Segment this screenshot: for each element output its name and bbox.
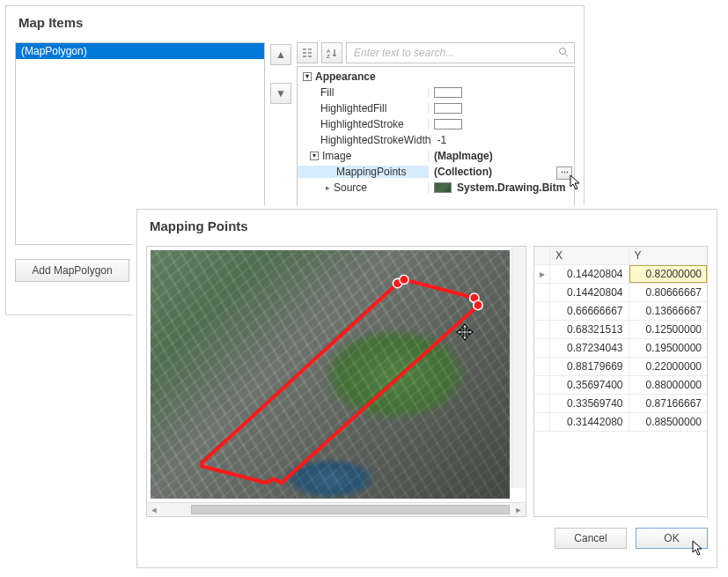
prop-value[interactable] (428, 119, 574, 129)
collapse-icon[interactable]: ▾ (303, 72, 312, 81)
cell-x[interactable]: 0.87234043 (550, 339, 629, 357)
prop-value[interactable]: System.Drawing.Bitm (428, 181, 574, 194)
color-swatch (434, 87, 462, 98)
table-row[interactable]: 0.31442080 0.88500000 (534, 413, 707, 432)
prop-label: HighlightedFill (298, 102, 428, 115)
svg-point-12 (400, 275, 408, 284)
row-indicator-icon (534, 395, 550, 412)
prop-label: Fill (298, 86, 428, 99)
sort-az-icon: A Z (326, 47, 338, 59)
prop-row-image[interactable]: ▾ Image (MapImage) (298, 148, 574, 164)
cell-y[interactable]: 0.19500000 (629, 339, 708, 357)
mapping-image-panel: ◄ ► (146, 246, 526, 517)
horizontal-scrollbar[interactable]: ◄ ► (147, 502, 526, 516)
cell-y[interactable]: 0.12500000 (629, 321, 708, 338)
prop-value[interactable]: -1 (430, 134, 574, 146)
cell-x[interactable]: 0.14420804 (550, 284, 629, 301)
categorized-icon (301, 47, 313, 59)
cell-x[interactable]: 0.66666667 (550, 302, 629, 320)
cell-y[interactable]: 0.80666667 (629, 284, 708, 301)
cancel-button[interactable]: Cancel (555, 528, 627, 549)
prop-row-highlightedstroke[interactable]: HighlightedStroke (298, 116, 574, 132)
row-indicator-icon (534, 376, 550, 394)
prop-label: HighlightedStrokeWidth (298, 134, 430, 146)
mapping-points-dialog: Mapping Points (136, 209, 717, 568)
row-indicator-icon (534, 413, 550, 431)
svg-text:Z: Z (327, 54, 330, 59)
table-row[interactable]: 0.88179669 0.22000000 (534, 358, 707, 376)
points-table-header: X Y (534, 247, 707, 265)
collapse-icon[interactable]: ▾ (310, 152, 319, 160)
cell-x[interactable]: 0.35697400 (550, 376, 629, 394)
mapping-points-title: Mapping Points (150, 218, 708, 233)
column-header-x[interactable]: X (550, 247, 629, 264)
prop-row-highlightedfill[interactable]: HighlightedFill (298, 100, 574, 116)
cell-y[interactable]: 0.88000000 (629, 376, 708, 394)
mapping-points-body: ◄ ► X Y ▸ 0.14420804 0.82000000 0.144208… (146, 246, 708, 517)
map-items-list-item[interactable]: (MapPolygon) (16, 43, 264, 59)
property-search-input[interactable] (352, 44, 558, 62)
prop-row-mappingpoints[interactable]: MappingPoints (Collection) ⋯ (298, 164, 574, 180)
cell-y[interactable]: 0.82000000 (629, 265, 708, 283)
prop-label: MappingPoints (298, 166, 428, 178)
cell-x[interactable]: 0.33569740 (550, 395, 629, 412)
svg-marker-10 (202, 279, 478, 483)
color-swatch (434, 103, 462, 114)
svg-line-9 (565, 54, 568, 56)
prop-category-appearance[interactable]: ▾ Appearance (298, 69, 574, 85)
prop-value[interactable]: (MapImage) (428, 150, 574, 162)
table-row[interactable]: 0.35697400 0.88000000 (534, 376, 707, 395)
table-row[interactable]: 0.68321513 0.12500000 (534, 321, 707, 339)
move-cursor-icon (455, 322, 473, 340)
scroll-left-icon[interactable]: ◄ (147, 503, 161, 516)
expand-icon[interactable]: ▸ (326, 183, 330, 192)
prop-label: ▸ Source (298, 181, 428, 194)
add-mappolygon-button[interactable]: Add MapPolygon (15, 259, 129, 282)
prop-row-highlightedstrokewidth[interactable]: HighlightedStrokeWidth -1 (298, 132, 574, 148)
color-swatch (434, 119, 462, 129)
prop-row-source[interactable]: ▸ Source System.Drawing.Bitm (298, 180, 574, 196)
mapping-points-footer: Cancel OK (146, 528, 708, 549)
scroll-thumb[interactable] (191, 505, 510, 514)
row-indicator-icon (534, 302, 550, 320)
categorized-view-button[interactable] (297, 42, 318, 63)
table-row[interactable]: ▸ 0.14420804 0.82000000 (534, 265, 707, 284)
svg-point-14 (474, 300, 482, 309)
column-header-y[interactable]: Y (629, 247, 708, 264)
cell-y[interactable]: 0.13666667 (629, 302, 708, 320)
arrow-down-icon: ▼ (276, 87, 286, 100)
cell-x[interactable]: 0.14420804 (550, 265, 629, 283)
prop-label: ▾ Image (298, 150, 428, 162)
scroll-right-icon[interactable]: ► (511, 503, 526, 516)
mapping-image-area[interactable] (147, 247, 526, 502)
cell-y[interactable]: 0.22000000 (629, 358, 708, 375)
prop-label: HighlightedStroke (298, 118, 428, 130)
prop-row-fill[interactable]: Fill (298, 85, 574, 100)
table-row[interactable]: 0.14420804 0.80666667 (534, 284, 707, 302)
prop-value[interactable] (428, 87, 574, 98)
ellipsis-button[interactable]: ⋯ (556, 166, 572, 180)
cell-y[interactable]: 0.88500000 (629, 413, 708, 431)
cell-x[interactable]: 0.31442080 (550, 413, 629, 431)
bitmap-swatch-icon (434, 182, 452, 193)
property-toolbar: A Z (297, 42, 575, 63)
move-up-button[interactable]: ▲ (270, 44, 291, 65)
arrow-up-icon: ▲ (276, 48, 286, 61)
cell-x[interactable]: 0.68321513 (550, 321, 629, 338)
move-down-button[interactable]: ▼ (270, 83, 291, 104)
table-row[interactable]: 0.33569740 0.87166667 (534, 395, 707, 413)
table-row[interactable]: 0.66666667 0.13666667 (534, 302, 707, 321)
table-row[interactable]: 0.87234043 0.19500000 (534, 339, 707, 358)
cell-x[interactable]: 0.88179669 (550, 358, 629, 375)
polygon-overlay[interactable] (147, 247, 526, 502)
prop-value[interactable]: (Collection) ⋯ (428, 166, 574, 178)
vertical-scrollbar[interactable] (511, 247, 526, 488)
prop-value[interactable] (428, 103, 574, 114)
row-indicator-icon: ▸ (534, 265, 550, 283)
row-indicator-header (534, 247, 550, 264)
ok-button[interactable]: OK (636, 528, 708, 549)
alphabetical-view-button[interactable]: A Z (321, 42, 342, 63)
property-search[interactable] (346, 42, 575, 63)
points-table[interactable]: X Y ▸ 0.14420804 0.82000000 0.14420804 0… (533, 246, 708, 517)
cell-y[interactable]: 0.87166667 (629, 395, 708, 412)
